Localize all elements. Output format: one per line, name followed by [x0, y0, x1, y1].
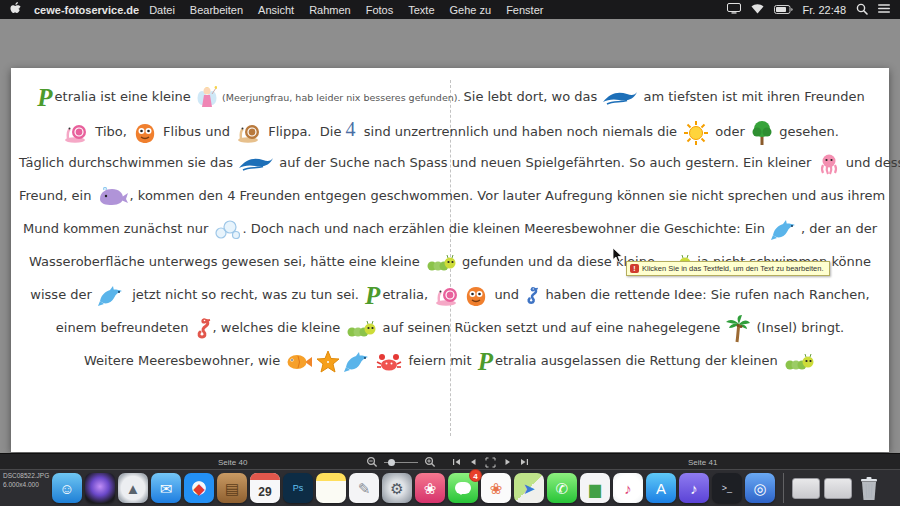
story-text: haben die rettende Idee: Sie rufen nach … — [541, 287, 869, 302]
itunes-store-glyph: ♪ — [690, 481, 698, 496]
dock-icon-app-store[interactable]: A — [646, 473, 676, 503]
story-text: einem befreundeten — [56, 320, 193, 335]
selected-file-info: DSC08522.JPG 6.000x4.000 — [3, 471, 49, 489]
zoom-out-icon[interactable] — [366, 456, 378, 468]
mermaid-icon — [197, 85, 217, 111]
minimized-window[interactable] — [824, 478, 852, 499]
last-page-icon[interactable] — [520, 458, 529, 466]
dock-divider — [783, 473, 784, 503]
story-line-3: Täglich durchschwimmen sie das auf der S… — [19, 146, 881, 179]
fit-view-icon[interactable] — [485, 457, 496, 468]
dock-icon-system-preferences[interactable]: ⚙ — [382, 473, 412, 503]
file-name: DSC08522.JPG — [3, 471, 49, 480]
story-text: gesehen. — [775, 124, 839, 139]
menu-texte[interactable]: Texte — [408, 4, 434, 16]
spotlight-icon[interactable] — [856, 3, 868, 17]
story-textfield[interactable]: Petralia ist eine kleine (Meerjungfrau, … — [19, 80, 881, 377]
hint-icon: ! — [630, 264, 639, 273]
story-text: sind unzertrennlich und haben noch niema… — [356, 124, 682, 139]
story-text: Flibus und — [159, 124, 234, 139]
dolphin-icon — [771, 219, 799, 241]
menu-items: DateiBearbeitenAnsichtRahmenFotosTexteGe… — [149, 4, 543, 16]
story-text: auf der Suche nach Spass und neuen Spiel… — [275, 155, 816, 170]
status-area: Fr. 22:48 — [727, 3, 890, 17]
menu-datei[interactable]: Datei — [149, 4, 175, 16]
story-text: wisse der — [30, 287, 96, 302]
caterpillar-icon — [784, 353, 814, 371]
dock-icon-itunes-store[interactable]: ♪ — [679, 473, 709, 503]
dock-app-icons: ☺▲✉◆▤29Ps✎⚙❀4❀➤✆▆♪A♪>_◎ — [52, 473, 775, 503]
story-text: etralia ausgelassen die Rettung der klei… — [495, 353, 782, 368]
story-text: Freund, ein — [19, 188, 96, 203]
menu-fenster[interactable]: Fenster — [506, 4, 543, 16]
dock-icon-music[interactable]: ♪ — [613, 473, 643, 503]
mail-glyph: ✉ — [160, 481, 173, 496]
numbers-glyph: ▆ — [589, 481, 601, 496]
menu-rahmen[interactable]: Rahmen — [309, 4, 351, 16]
dock-icon-package-app[interactable]: ▤ — [217, 473, 247, 503]
dock-icon-numbers[interactable]: ▆ — [580, 473, 610, 503]
story-line-8: einem befreundeten , welches die kleine … — [19, 311, 881, 344]
initial-p-icon: P — [365, 283, 380, 308]
notification-center-icon[interactable] — [878, 3, 890, 16]
battery-icon[interactable] — [774, 4, 793, 16]
story-text: Wasseroberfläche unterwegs gewesen sei, … — [29, 254, 424, 269]
trash-icon[interactable] — [858, 475, 880, 501]
photos-glyph: ❀ — [490, 481, 503, 496]
dock-icon-blue-app[interactable]: ◎ — [745, 473, 775, 503]
zoom-slider-handle[interactable] — [388, 459, 395, 466]
apple-menu[interactable] — [10, 2, 22, 18]
bubbles-icon — [214, 220, 240, 240]
dock-icon-textedit[interactable]: ✎ — [349, 473, 379, 503]
dock-icon-siri[interactable] — [85, 473, 115, 503]
story-line-7: wisse der jetzt nicht so recht, was zu t… — [19, 278, 881, 311]
crab-icon — [376, 352, 402, 372]
dock-icon-calendar[interactable]: 29 — [250, 473, 280, 503]
story-text: (Insel) bringt. — [752, 320, 844, 335]
prev-page-icon[interactable] — [469, 458, 477, 466]
app-menu-title[interactable]: cewe-fotoservice.de — [34, 4, 139, 16]
terminal-glyph: >_ — [722, 484, 732, 493]
dock-icon-facetime[interactable]: ✆ — [547, 473, 577, 503]
story-line-9: Weitere Meeresbewohner, wie feiern mit P… — [19, 344, 881, 377]
story-text: jetzt nicht so recht, was zu tun sei. — [128, 287, 363, 302]
dock-icon-safari[interactable]: ◆ — [184, 473, 214, 503]
monster-orange-icon — [133, 122, 157, 144]
next-page-icon[interactable] — [504, 458, 512, 466]
dock-icon-maps[interactable]: ➤ — [514, 473, 544, 503]
dock-icon-photoshop[interactable]: Ps — [283, 473, 313, 503]
textedit-glyph: ✎ — [358, 481, 371, 496]
story-line-2: Tibo, Flibus und Flippa. Die 4 sind unze… — [19, 113, 881, 146]
dock-icon-messages[interactable]: 4 — [448, 473, 478, 503]
dock-icon-terminal[interactable]: >_ — [712, 473, 742, 503]
wifi-icon[interactable] — [751, 4, 764, 16]
dock-icon-notes[interactable] — [316, 473, 346, 503]
zoom-in-icon[interactable] — [424, 456, 436, 468]
caterpillar-icon — [426, 254, 456, 272]
clock[interactable]: Fr. 22:48 — [803, 4, 846, 16]
menu-bearbeiten[interactable]: Bearbeiten — [190, 4, 243, 16]
dock-icon-pink-app[interactable]: ❀ — [415, 473, 445, 503]
story-text: Weitere Meeresbewohner, wie — [84, 353, 284, 368]
dock-icon-launchpad[interactable]: ▲ — [118, 473, 148, 503]
story-line-4: Freund, ein , kommen den 4 Freunden entg… — [19, 179, 881, 212]
dock-icon-finder[interactable]: ☺ — [52, 473, 82, 503]
story-text: , welches die kleine — [213, 320, 345, 335]
menu-ansicht[interactable]: Ansicht — [258, 4, 294, 16]
dock-icon-mail[interactable]: ✉ — [151, 473, 181, 503]
launchpad-glyph: ▲ — [126, 481, 141, 496]
minimized-window[interactable] — [792, 478, 820, 499]
menu-fotos[interactable]: Fotos — [366, 4, 394, 16]
display-icon[interactable] — [727, 3, 741, 16]
zoom-slider[interactable] — [384, 462, 418, 463]
system-preferences-glyph: ⚙ — [390, 481, 403, 496]
caterpillar-icon — [346, 320, 376, 338]
first-page-icon[interactable] — [452, 458, 461, 466]
edit-tooltip: ! Klicken Sie in das Textfeld, um den Te… — [626, 261, 830, 276]
dock-icon-photos[interactable]: ❀ — [481, 473, 511, 503]
photobook-spread[interactable]: Petralia ist eine kleine (Meerjungfrau, … — [11, 68, 889, 452]
file-dimensions: 6.000x4.000 — [3, 480, 49, 489]
menu-gehe-zu[interactable]: Gehe zu — [450, 4, 492, 16]
speech-bubble-icon — [455, 482, 471, 494]
story-text: Mund kommen zunächst nur — [23, 221, 212, 236]
